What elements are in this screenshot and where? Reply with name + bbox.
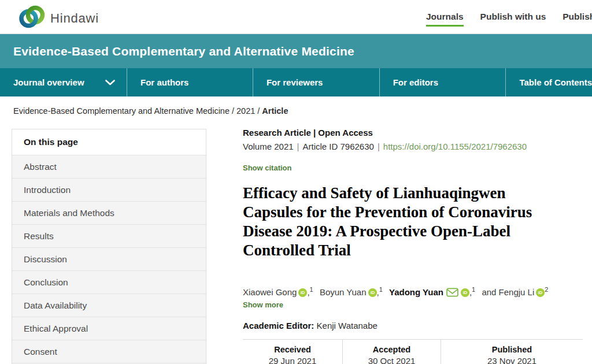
journal-banner: Evidence-Based Complementary and Alterna…	[0, 34, 592, 68]
author-prefix: and	[482, 287, 498, 297]
received-date: 29 Jun 2021	[243, 356, 342, 364]
nav-publish-with-us[interactable]: Publish with us	[480, 7, 546, 27]
hindawi-rings-icon	[19, 4, 45, 32]
svg-text:iD: iD	[301, 290, 305, 295]
breadcrumb: Evidence-Based Complementary and Alterna…	[13, 106, 592, 116]
article-title-line: Controlled Trial	[243, 241, 583, 260]
orcid-icon[interactable]: iD	[297, 287, 307, 297]
sidebar-item-results[interactable]: Results	[12, 224, 206, 247]
email-icon[interactable]	[443, 287, 459, 297]
chevron-down-icon	[105, 80, 115, 86]
author: Xiaowei GongiD,1	[243, 287, 315, 297]
show-more-link[interactable]: Show more	[243, 300, 283, 309]
author-affiliation: 1	[379, 286, 383, 293]
breadcrumb-article: Article	[262, 106, 288, 116]
svg-text:iD: iD	[538, 290, 543, 295]
breadcrumb-separator: /	[257, 106, 260, 116]
published-label: Published	[441, 345, 583, 354]
jnav-journal-overview[interactable]: Journal overview	[0, 68, 127, 96]
accepted-label: Accepted	[343, 345, 441, 354]
article-id: Article ID 7962630	[302, 142, 373, 151]
sidebar-title: On this page	[12, 129, 206, 155]
orcid-icon[interactable]: iD	[459, 287, 469, 297]
accepted-date: 30 Oct 2021	[343, 356, 441, 364]
brand-name: Hindawi	[50, 11, 99, 26]
author-list: Xiaowei GongiD,1 Boyun YuaniD,1 Yadong Y…	[243, 283, 583, 299]
breadcrumb-separator: /	[232, 106, 234, 116]
author-name[interactable]: Boyun Yuan	[320, 287, 367, 297]
author-name[interactable]: Yadong Yuan	[389, 287, 443, 297]
pipe-separator: |	[378, 142, 380, 151]
accepted-cell: Accepted 30 Oct 2021	[342, 340, 441, 364]
article-title-line: Efficacy and Safety of Lianhuaqingwen	[243, 184, 583, 203]
jnav-for-reviewers[interactable]: For reviewers	[253, 68, 379, 96]
author: Boyun YuaniD,1	[320, 287, 384, 297]
jnav-for-authors[interactable]: For authors	[127, 68, 253, 96]
sidebar-item-materials-and-methods[interactable]: Materials and Methods	[12, 201, 206, 224]
svg-text:iD: iD	[370, 290, 375, 295]
dates-table: Received 29 Jun 2021 Accepted 30 Oct 202…	[243, 339, 583, 364]
top-nav: Journals Publish with us Publishing part…	[426, 0, 592, 34]
sidebar-item-conclusion[interactable]: Conclusion	[12, 270, 206, 294]
show-citation-link[interactable]: Show citation	[243, 164, 292, 172]
content-area: On this page Abstract Introduction Mater…	[0, 129, 592, 364]
doi-link[interactable]: https://doi.org/10.1155/2021/7962630	[383, 142, 527, 151]
article-main: Research Article | Open Access Volume 20…	[243, 129, 583, 364]
volume: Volume 2021	[243, 142, 294, 151]
article-meta: Volume 2021|Article ID 7962630|https://d…	[243, 142, 583, 151]
author-name[interactable]: Xiaowei Gong	[243, 287, 297, 297]
breadcrumb-year[interactable]: 2021	[236, 106, 255, 116]
svg-text:iD: iD	[463, 290, 468, 295]
published-date: 23 Nov 2021	[441, 356, 583, 364]
author-affiliation: 1	[472, 286, 475, 293]
article-title-line: Disease 2019: A Prospective Open-Label	[243, 222, 583, 241]
jnav-for-editors[interactable]: For editors	[379, 68, 506, 96]
author-corresponding: Yadong YuaniD,1	[389, 287, 477, 297]
academic-editor-label: Academic Editor:	[243, 321, 314, 330]
sidebar-item-introduction[interactable]: Introduction	[12, 178, 206, 201]
received-label: Received	[243, 345, 342, 354]
author-name[interactable]: Fengju Li	[499, 287, 535, 297]
pipe-separator: |	[297, 142, 299, 151]
orcid-icon[interactable]: iD	[534, 287, 545, 297]
author: and Fengju LiiD2	[482, 287, 550, 297]
author-separator: ,	[307, 287, 309, 297]
article-type: Research Article | Open Access	[243, 128, 583, 138]
jnav-table-of-contents[interactable]: Table of Contents	[505, 68, 592, 96]
journal-nav: Journal overview For authors For reviewe…	[0, 68, 592, 96]
journal-title[interactable]: Evidence-Based Complementary and Alterna…	[13, 44, 354, 58]
received-cell: Received 29 Jun 2021	[243, 340, 342, 364]
author-affiliation: 2	[545, 286, 548, 293]
on-this-page-sidebar: On this page Abstract Introduction Mater…	[12, 129, 206, 364]
published-cell: Published 23 Nov 2021	[441, 340, 583, 364]
breadcrumb-journal[interactable]: Evidence-Based Complementary and Alterna…	[13, 106, 230, 116]
article-title: Efficacy and Safety of Lianhuaqingwen Ca…	[243, 184, 583, 260]
sidebar-item-consent[interactable]: Consent	[12, 340, 206, 363]
nav-journals[interactable]: Journals	[426, 7, 464, 27]
sidebar-item-abstract[interactable]: Abstract	[12, 155, 206, 178]
academic-editor-name: Kenji Watanabe	[317, 321, 378, 330]
sidebar-item-data-availability[interactable]: Data Availability	[12, 294, 206, 317]
article-title-line: Capsules for the Prevention of Coronavir…	[243, 203, 583, 222]
hindawi-logo[interactable]: Hindawi	[19, 4, 99, 32]
site-header: Hindawi Journals Publish with us Publish…	[0, 0, 592, 34]
author-affiliation: 1	[310, 286, 313, 293]
orcid-icon[interactable]: iD	[367, 287, 377, 297]
nav-publishing-partnerships[interactable]: Publishing partnerships	[563, 7, 592, 27]
sidebar-item-ethical-approval[interactable]: Ethical Approval	[12, 317, 206, 340]
jnav-journal-overview-label: Journal overview	[13, 77, 84, 87]
sidebar-item-discussion[interactable]: Discussion	[12, 247, 206, 270]
academic-editor-line: Academic Editor: Kenji Watanabe	[243, 321, 583, 330]
